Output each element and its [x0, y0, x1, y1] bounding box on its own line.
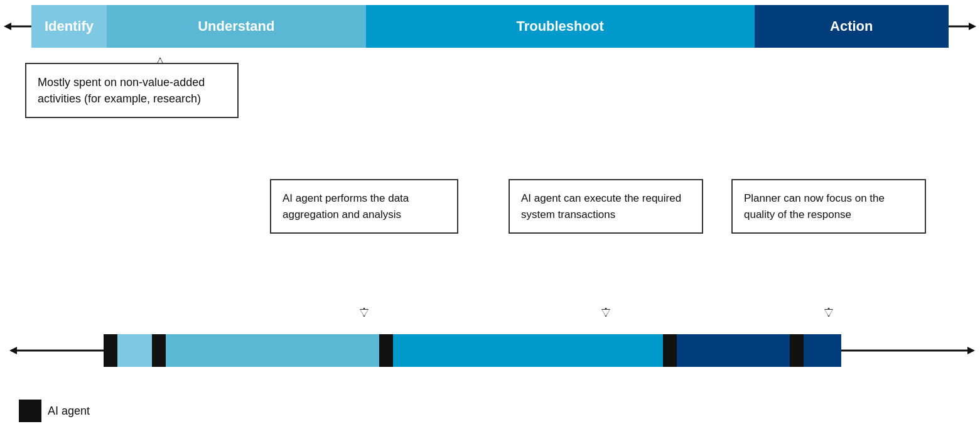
phase-segments: Identify Understand Troubleshoot Action	[31, 5, 949, 48]
callout-mid-3: Planner can now focus on the quality of …	[731, 179, 926, 234]
phase-action-label: Action	[830, 18, 873, 35]
callout-mid3-text: Planner can now focus on the quality of …	[744, 192, 885, 220]
phase-understand: Understand	[107, 5, 366, 48]
diagram-container: Identify Understand Troubleshoot Action …	[0, 0, 980, 441]
legend-icon	[19, 400, 41, 422]
svg-marker-1	[4, 23, 11, 30]
svg-marker-6	[360, 309, 369, 317]
svg-marker-3	[969, 23, 976, 30]
phase-understand-label: Understand	[198, 18, 274, 35]
svg-marker-7	[360, 310, 368, 316]
ts-action-2	[804, 334, 841, 367]
ts-action-1	[677, 334, 790, 367]
callout-mid2-text: AI agent can execute the required system…	[521, 192, 681, 220]
phase-bar: Identify Understand Troubleshoot Action	[13, 5, 967, 48]
ts-black-2	[152, 334, 166, 367]
ts-lightblue-1	[117, 334, 152, 367]
callout-mid-1: AI agent performs the data aggregation a…	[270, 179, 458, 234]
svg-marker-14	[9, 347, 17, 354]
ts-black-1	[104, 334, 117, 367]
svg-marker-9	[602, 310, 610, 316]
ts-understand	[166, 334, 379, 367]
svg-marker-13	[967, 347, 975, 354]
callout-top-text: Mostly spent on non-value-added activiti…	[38, 76, 205, 105]
ts-black-4	[663, 334, 677, 367]
ts-black-3	[379, 334, 393, 367]
phase-troubleshoot-label: Troubleshoot	[516, 18, 603, 35]
phase-identify: Identify	[31, 5, 107, 48]
callout-mid1-text: AI agent performs the data aggregation a…	[283, 192, 409, 220]
phase-identify-label: Identify	[45, 18, 94, 35]
ts-troubleshoot	[393, 334, 663, 367]
timeline-segments	[104, 334, 841, 367]
phase-troubleshoot: Troubleshoot	[366, 5, 755, 48]
legend: AI agent	[19, 400, 90, 422]
callout-mid-2: AI agent can execute the required system…	[509, 179, 703, 234]
legend-label: AI agent	[48, 405, 90, 418]
ts-black-5	[790, 334, 804, 367]
phase-action: Action	[755, 5, 949, 48]
svg-marker-11	[825, 310, 832, 316]
svg-marker-8	[601, 309, 610, 317]
svg-marker-10	[824, 309, 833, 317]
callout-top: Mostly spent on non-value-added activiti…	[25, 63, 239, 118]
